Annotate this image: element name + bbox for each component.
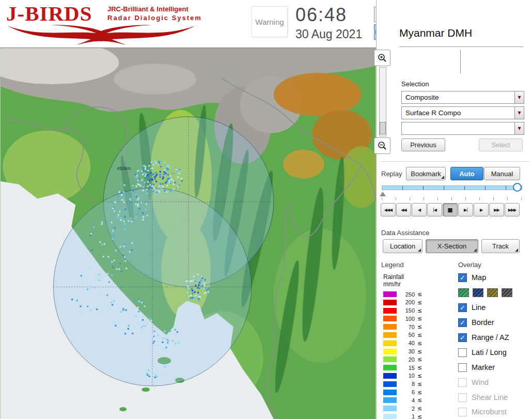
legend-label: Legend: [381, 261, 403, 269]
stop-button[interactable]: ■: [443, 203, 458, 216]
legend-row: 20≤: [383, 355, 422, 363]
previous-button[interactable]: Previous: [401, 138, 445, 151]
bookmark-button[interactable]: Bookmark: [406, 167, 446, 180]
manual-button[interactable]: Manual: [484, 167, 520, 180]
logo-tagline-1: JRC-Brilliant & Intelligent: [107, 5, 189, 13]
legend-color-swatch: [383, 365, 397, 370]
overlay-item-line[interactable]: ✓ Line: [458, 303, 486, 312]
legend-value: 2: [401, 406, 415, 412]
lte-symbol: ≤: [417, 315, 422, 322]
overlay-item-label: Marker: [472, 363, 495, 371]
data-assistance-label: Data Assistance: [381, 229, 429, 237]
legend-unit-2: mm/hr: [383, 281, 401, 288]
overlay-item-wind: Wind: [458, 378, 489, 387]
map-style-swatch[interactable]: [473, 288, 483, 297]
map-zoom-controls: [374, 50, 392, 154]
timeline-track[interactable]: [382, 185, 522, 190]
lte-symbol: ≤: [417, 413, 422, 419]
legend-row: 200≤: [383, 299, 422, 306]
legend-row: 250≤: [383, 290, 422, 298]
track-button[interactable]: Track: [481, 239, 520, 253]
legend-color-swatch: [383, 406, 397, 411]
zoom-in-button[interactable]: [374, 50, 390, 66]
legend-color-swatch: [383, 291, 397, 297]
legend-color-swatch: [383, 300, 397, 305]
checkbox-line[interactable]: ✓: [458, 303, 467, 312]
overlay-item-lati-long[interactable]: Lati / Long: [458, 348, 507, 357]
jbirds-app: J-BIRDS JRC-Brilliant & Intelligent Rada…: [0, 0, 532, 419]
legend-value: 200: [401, 299, 415, 305]
overlay-item-map[interactable]: ✓ Map: [458, 273, 486, 282]
auto-button[interactable]: Auto: [450, 167, 483, 180]
zoom-slider-thumb[interactable]: [380, 122, 386, 134]
play-button[interactable]: ▶: [474, 203, 489, 216]
lte-symbol: ≤: [417, 364, 422, 371]
legend-value: 8: [401, 381, 415, 387]
map-style-swatch[interactable]: [502, 288, 512, 297]
overlay-item-label: Line: [472, 303, 486, 312]
checkbox-marker[interactable]: [458, 363, 467, 372]
map-style-swatch[interactable]: [487, 288, 498, 297]
skip-start-button[interactable]: ◀◀◀: [381, 203, 396, 216]
legend-row: 1≤: [383, 413, 422, 419]
legend-row: 70≤: [383, 323, 422, 331]
warning-button[interactable]: Warning: [252, 6, 288, 37]
composite-dropdown[interactable]: Composite ▼: [401, 91, 524, 104]
overlay-item-marker[interactable]: Marker: [458, 363, 495, 372]
legend-color-swatch: [383, 324, 397, 330]
legend-color-swatch: [383, 332, 397, 338]
legend-row: 4≤: [383, 396, 422, 404]
map-style-swatch[interactable]: [458, 288, 469, 297]
overlay-item-microburst: Microburst: [458, 407, 507, 416]
legend-color-swatch: [383, 356, 397, 362]
skip-end-button[interactable]: ▶▶▶: [505, 203, 520, 216]
chevron-down-icon[interactable]: ▼: [514, 91, 524, 103]
zoom-slider[interactable]: [379, 67, 386, 136]
lte-symbol: ≤: [417, 348, 422, 355]
legend-value: 10: [401, 373, 415, 379]
checkbox-lati-long[interactable]: [458, 348, 467, 357]
next-frame-button[interactable]: ▶|: [458, 203, 473, 216]
overlay-item-label: Microburst: [472, 408, 507, 416]
overlay-item-shear-line: Shear Line: [458, 393, 508, 402]
lte-symbol: ≤: [417, 389, 422, 396]
legend-color-swatch: [383, 381, 397, 387]
checkbox-border[interactable]: ✓: [458, 318, 467, 327]
zoom-out-button[interactable]: [374, 137, 390, 154]
chevron-down-icon[interactable]: ▼: [514, 122, 524, 134]
fast-rewind-button[interactable]: ◀◀: [396, 203, 411, 216]
product-dropdown[interactable]: Surface R Compo ▼: [401, 106, 524, 119]
option-dropdown[interactable]: ▼: [401, 122, 524, 135]
legend-unit-1: Rainfall: [383, 273, 404, 281]
legend-color-swatch: [383, 414, 397, 419]
legend-scale: 250≤ 200≤ 150≤ 100≤ 70≤ 50≤ 40≤ 30≤ 20≤ …: [383, 290, 422, 419]
legend-row: 40≤: [383, 339, 422, 347]
timeline-thumb[interactable]: [513, 183, 522, 192]
clock-time: 06:48: [295, 4, 347, 26]
checkbox-range-az[interactable]: ✓: [458, 333, 467, 342]
step-back-button[interactable]: ◀: [412, 203, 427, 216]
prev-frame-button[interactable]: |◀: [427, 203, 442, 216]
overlay-item-border[interactable]: ✓ Border: [458, 318, 494, 327]
checkbox-map[interactable]: ✓: [458, 273, 467, 282]
overlay-item-label: Range / AZ: [472, 333, 509, 342]
checkbox-shear-line: [458, 393, 467, 402]
legend-row: 8≤: [383, 380, 422, 388]
map-canvas[interactable]: 450km: [0, 48, 376, 419]
magnifier-minus-icon: [377, 141, 387, 151]
product-dropdown-value: Surface R Compo: [402, 109, 514, 117]
legend-value: 4: [401, 397, 415, 404]
clock-date: 30 Aug 2021: [295, 27, 362, 41]
overlay-item-range-az[interactable]: ✓ Range / AZ: [458, 333, 509, 342]
legend-row: 150≤: [383, 307, 422, 315]
divider: [399, 46, 523, 47]
lte-symbol: ≤: [417, 291, 422, 298]
fast-forward-button[interactable]: ▶▶: [489, 203, 504, 216]
location-button[interactable]: Location: [383, 239, 423, 253]
chevron-down-icon[interactable]: ▼: [514, 107, 524, 119]
legend-color-swatch: [383, 308, 397, 314]
overlay-item-label: Shear Line: [472, 393, 508, 401]
xsection-button[interactable]: X-Section: [426, 239, 478, 253]
selection-label: Selection: [401, 80, 429, 88]
timeline-start-marker[interactable]: [380, 192, 386, 196]
